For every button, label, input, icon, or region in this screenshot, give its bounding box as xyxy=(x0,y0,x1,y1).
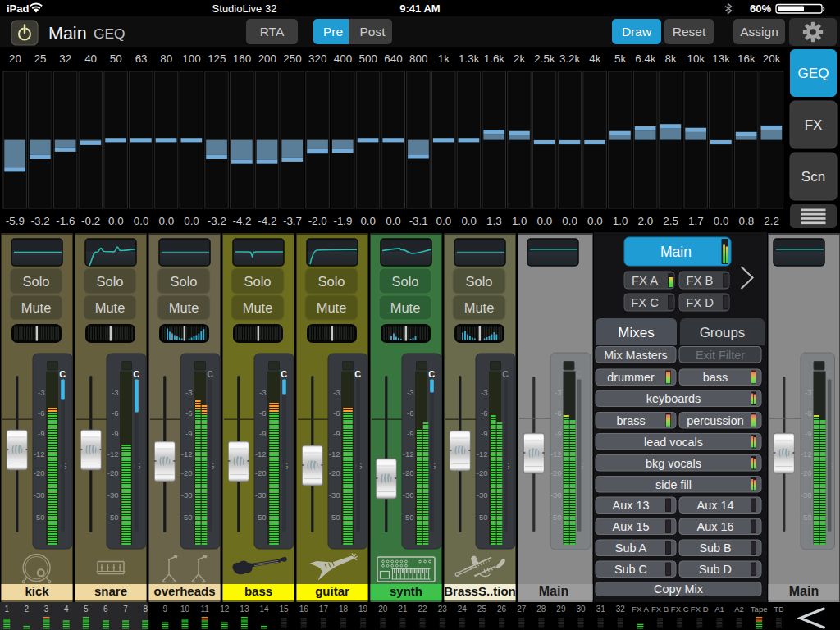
svg-text:Post: Post xyxy=(359,25,386,39)
svg-text:13k: 13k xyxy=(712,52,730,65)
svg-text:GEQ: GEQ xyxy=(94,25,125,42)
svg-text:Aux 15: Aux 15 xyxy=(613,520,650,533)
svg-text:250: 250 xyxy=(283,52,301,65)
svg-text:-3.2: -3.2 xyxy=(208,215,226,227)
svg-text:16: 16 xyxy=(299,605,309,614)
svg-text:bkg vocals: bkg vocals xyxy=(646,457,701,470)
svg-text:0.0: 0.0 xyxy=(108,215,124,227)
svg-text:-50: -50 xyxy=(255,513,267,522)
svg-text:BrassS..tion: BrassS..tion xyxy=(444,584,516,598)
svg-text:Mute: Mute xyxy=(390,300,421,315)
svg-text:0.0: 0.0 xyxy=(562,215,578,227)
svg-text:C: C xyxy=(59,369,66,379)
svg-text:C: C xyxy=(207,369,213,379)
svg-text:-12: -12 xyxy=(255,450,267,459)
svg-text:-20: -20 xyxy=(403,468,414,477)
svg-text:-20: -20 xyxy=(477,468,488,477)
svg-text:0.0: 0.0 xyxy=(587,215,603,227)
svg-text:1.3k: 1.3k xyxy=(459,52,480,65)
svg-text:0.0: 0.0 xyxy=(184,215,199,227)
svg-text:synth: synth xyxy=(390,584,422,598)
svg-text:3.2k: 3.2k xyxy=(559,52,581,65)
svg-text:100: 100 xyxy=(182,52,200,65)
svg-text:-20: -20 xyxy=(107,468,119,477)
svg-text:0.0: 0.0 xyxy=(714,215,729,227)
svg-text:50: 50 xyxy=(110,52,122,65)
svg-text:Draw: Draw xyxy=(622,25,652,39)
svg-text:19: 19 xyxy=(358,605,368,614)
svg-text:overheads: overheads xyxy=(153,584,215,598)
svg-text:guitar: guitar xyxy=(315,584,349,598)
svg-text:-3: -3 xyxy=(407,388,413,397)
svg-text:Mix Masters: Mix Masters xyxy=(604,349,668,362)
svg-text:18: 18 xyxy=(339,605,349,614)
svg-text:-30: -30 xyxy=(477,491,488,500)
svg-text:400: 400 xyxy=(334,52,352,65)
svg-text:-3.2: -3.2 xyxy=(31,215,50,227)
svg-text:-12: -12 xyxy=(34,450,45,459)
svg-text:Assign: Assign xyxy=(740,25,778,39)
svg-text:Main: Main xyxy=(660,244,692,260)
svg-text:13: 13 xyxy=(240,605,249,614)
svg-text:Solo: Solo xyxy=(170,274,197,289)
svg-text:-3: -3 xyxy=(333,388,340,397)
svg-text:-50: -50 xyxy=(403,513,414,522)
svg-text:Solo: Solo xyxy=(465,274,492,289)
svg-text:-20: -20 xyxy=(34,468,45,477)
svg-text:-20: -20 xyxy=(550,468,562,477)
svg-text:0.0: 0.0 xyxy=(386,215,401,227)
svg-text:-30: -30 xyxy=(181,491,193,500)
svg-text:25: 25 xyxy=(34,52,47,65)
svg-text:Aux 13: Aux 13 xyxy=(613,499,650,512)
svg-text:-50: -50 xyxy=(801,513,812,522)
svg-text:C: C xyxy=(428,369,435,379)
svg-text:-2.0: -2.0 xyxy=(308,215,327,227)
svg-text:2.5k: 2.5k xyxy=(534,52,555,65)
svg-text:-6: -6 xyxy=(38,409,44,418)
svg-text:4: 4 xyxy=(64,605,69,614)
svg-text:60%: 60% xyxy=(750,2,771,15)
svg-text:4k: 4k xyxy=(589,52,600,65)
svg-text:StudioLive 32: StudioLive 32 xyxy=(212,2,277,15)
svg-text:5: 5 xyxy=(84,605,89,614)
svg-text:FX: FX xyxy=(805,117,823,133)
svg-text:Aux 14: Aux 14 xyxy=(697,499,734,512)
svg-text:17: 17 xyxy=(319,605,329,614)
svg-text:22: 22 xyxy=(418,605,427,614)
svg-text:Aux 16: Aux 16 xyxy=(697,520,734,533)
svg-text:40: 40 xyxy=(84,52,97,65)
svg-text:-9: -9 xyxy=(112,429,118,438)
svg-text:Mute: Mute xyxy=(169,300,199,315)
svg-text:percussion: percussion xyxy=(687,414,744,427)
svg-text:20k: 20k xyxy=(763,52,781,65)
svg-text:-12: -12 xyxy=(801,450,812,459)
svg-text:Solo: Solo xyxy=(96,274,123,289)
svg-text:2.5: 2.5 xyxy=(663,215,678,227)
svg-text:keyboards: keyboards xyxy=(646,392,701,405)
svg-text:1.0: 1.0 xyxy=(512,215,527,227)
svg-text:-6: -6 xyxy=(333,409,340,418)
svg-text:640: 640 xyxy=(384,52,402,65)
svg-text:-9: -9 xyxy=(185,429,192,438)
svg-text:GEQ: GEQ xyxy=(798,66,829,81)
svg-text:FX A: FX A xyxy=(632,274,658,287)
svg-text:RTA: RTA xyxy=(260,25,285,39)
svg-text:0.0: 0.0 xyxy=(134,215,149,227)
svg-text:2k: 2k xyxy=(514,52,525,65)
svg-text:6: 6 xyxy=(103,605,108,614)
svg-text:8: 8 xyxy=(143,605,148,614)
svg-text:14: 14 xyxy=(259,605,269,614)
svg-text:0.0: 0.0 xyxy=(537,215,553,227)
svg-text:Solo: Solo xyxy=(244,274,271,289)
svg-text:FX B: FX B xyxy=(651,605,669,614)
svg-text:-1.6: -1.6 xyxy=(56,215,75,227)
svg-text:5k: 5k xyxy=(614,52,626,65)
svg-text:-30: -30 xyxy=(550,491,562,500)
svg-text:-6: -6 xyxy=(259,409,266,418)
svg-text:lead vocals: lead vocals xyxy=(644,436,703,449)
svg-text:Mute: Mute xyxy=(464,300,495,315)
svg-text:-50: -50 xyxy=(107,513,119,522)
svg-text:-3: -3 xyxy=(555,388,561,397)
svg-text:-50: -50 xyxy=(329,513,340,522)
svg-text:-3: -3 xyxy=(259,388,266,397)
